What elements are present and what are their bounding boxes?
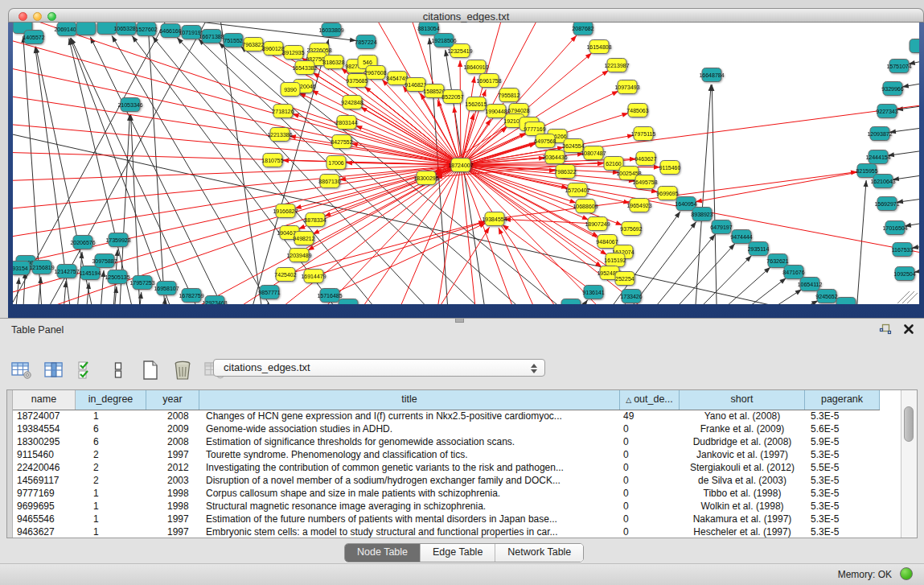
column-header-name[interactable]: name (13, 390, 76, 410)
graph-node[interactable]: 6479197 (710, 220, 732, 234)
canvas-resize-grip[interactable] (897, 291, 918, 303)
table-cell[interactable]: 1 (76, 525, 146, 538)
select-rows-button[interactable] (76, 360, 97, 381)
graph-node[interactable]: 9463627 (634, 152, 656, 166)
graph-node[interactable]: 12505135 (105, 270, 129, 284)
graph-node[interactable]: 7425402 (274, 268, 296, 282)
table-cell[interactable]: 49 (620, 410, 680, 422)
graph-node[interactable]: 9498212 (293, 232, 314, 245)
graph-node[interactable]: 17359928 (105, 233, 130, 247)
graph-node[interactable]: 16958107 (154, 282, 179, 295)
table-cell[interactable]: 2003 (146, 474, 199, 487)
tab-network-table[interactable]: Network Table (495, 544, 583, 562)
table-cell[interactable]: 5.6E-5 (805, 422, 880, 435)
graph-node[interactable]: 18907249 (585, 217, 610, 231)
table-cell[interactable]: Stergiakouli et al. (2012) (680, 461, 805, 474)
table-cell[interactable]: 2008 (146, 435, 199, 448)
graph-node[interactable]: 20364436 (542, 150, 567, 164)
table-cell[interactable]: 9463627 (13, 525, 76, 538)
table-cell[interactable]: 0 (620, 513, 680, 525)
table-cell[interactable]: 1 (76, 487, 146, 500)
graph-node[interactable]: 751552 (224, 34, 243, 47)
table-cell[interactable]: 5.3E-5 (805, 525, 880, 538)
table-cell[interactable]: 9115460 (13, 448, 76, 461)
scrollbar-thumb[interactable] (904, 406, 914, 442)
table-row[interactable]: 977716911998Corpus callosum shape and si… (13, 487, 880, 500)
table-cell[interactable]: 14569117 (13, 474, 76, 487)
table-cell[interactable]: 9699695 (13, 500, 76, 513)
new-table-button[interactable] (140, 360, 161, 381)
graph-edge[interactable] (461, 165, 630, 203)
graph-node[interactable]: 20206576 (70, 236, 95, 249)
table-row[interactable]: 1830029562008Estimation of significance … (13, 435, 880, 448)
graph-node[interactable]: 10807487 (581, 146, 606, 160)
graph-node[interactable]: 12142757 (54, 265, 79, 278)
column-header-pagerank[interactable]: pagerank (805, 390, 880, 410)
select-columns-button[interactable] (43, 360, 64, 381)
graph-node[interactable] (836, 298, 856, 305)
graph-node[interactable]: 7963822 (242, 38, 264, 51)
table-row[interactable]: 1456911722003Disruption of a novel membe… (13, 474, 880, 487)
graph-node[interactable]: 15720407 (565, 183, 589, 197)
table-cell[interactable]: 1998 (146, 500, 199, 513)
graph-node[interactable]: 16961758 (476, 74, 501, 88)
table-cell[interactable]: Disruption of a novel member of a sodium… (199, 474, 620, 487)
graph-node[interactable]: 8867130 (318, 175, 340, 188)
network-window-titlebar[interactable]: citations_edges.txt (8, 8, 924, 23)
graph-node[interactable]: 15692971 (874, 197, 899, 211)
graph-node[interactable]: 12923468 (202, 296, 227, 305)
graph-node[interactable]: 7857224 (355, 35, 376, 49)
graph-edge[interactable] (241, 39, 329, 304)
table-row[interactable]: 946362711997Embryonic stem cells: a mode… (13, 525, 880, 538)
graph-node[interactable]: 16154808 (586, 40, 611, 54)
graph-edge[interactable] (13, 165, 461, 185)
graph-node[interactable]: 8912935 (282, 46, 304, 60)
table-cell[interactable]: Embryonic stem cells: a model to study s… (199, 525, 620, 538)
graph-node[interactable]: 9227343 (876, 105, 897, 118)
table-cell[interactable]: 2 (76, 461, 146, 474)
table-row[interactable]: 1872400712008Changes of HCN gene express… (13, 410, 880, 422)
graph-node[interactable]: 9857771 (258, 286, 280, 299)
table-cell[interactable]: 5.3E-5 (805, 474, 880, 487)
graph-node[interactable]: 12213386 (267, 128, 292, 142)
table-cell[interactable]: Estimation of significance thresholds fo… (199, 435, 620, 448)
graph-edge[interactable] (663, 256, 752, 304)
table-cell[interactable]: 18724007 (13, 410, 76, 422)
graph-edge[interactable] (592, 303, 626, 304)
table-cell[interactable]: 2008 (146, 410, 199, 422)
table-selector-dropdown[interactable]: citations_edges.txt (213, 359, 545, 377)
graph-node[interactable]: 16033809 (318, 23, 343, 37)
graph-node[interactable]: 8471676 (782, 266, 804, 279)
table-cell[interactable]: 18300295 (13, 435, 76, 448)
tab-edge-table[interactable]: Edge Table (420, 544, 495, 562)
table-cell[interactable]: Hescheler et al. (1997) (680, 525, 805, 538)
column-header-in-degree[interactable]: in_degree (76, 390, 146, 410)
graph-node[interactable]: 16782759 (179, 289, 203, 303)
graph-node[interactable]: 17957253 (129, 276, 154, 290)
graph-node[interactable]: 2718126 (272, 105, 294, 118)
table-cell[interactable]: 2009 (146, 422, 199, 435)
table-cell[interactable]: 1 (76, 500, 146, 513)
table-cell[interactable]: 9465546 (13, 513, 76, 525)
graph-node[interactable] (561, 299, 581, 305)
table-cell[interactable]: 5.9E-5 (805, 435, 880, 448)
graph-node[interactable]: 12093872 (867, 127, 892, 141)
graph-node[interactable]: 18640910 (463, 60, 488, 74)
graph-node[interactable]: 9777169 (524, 122, 545, 136)
table-cell[interactable]: de Silva et al. (2003) (680, 474, 805, 487)
graph-node[interactable]: 252254 (615, 272, 634, 286)
graph-node[interactable]: 1810755 (261, 154, 283, 167)
float-panel-button[interactable] (879, 323, 892, 339)
graph-node[interactable]: 8938923 (691, 208, 713, 221)
graph-node[interactable]: 1990448 (485, 105, 507, 118)
close-panel-button[interactable] (903, 323, 914, 338)
graph-edge[interactable] (70, 38, 185, 304)
graph-node[interactable]: 8960128 (262, 42, 284, 56)
table-cell[interactable]: Wolkin et al. (1998) (680, 500, 805, 513)
graph-node[interactable] (76, 23, 96, 35)
graph-node[interactable]: 8522057 (441, 90, 463, 104)
graph-edge[interactable] (682, 267, 770, 304)
table-row[interactable]: 946554611997Estimation of the future num… (13, 513, 880, 525)
graph-node[interactable]: 16210643 (870, 175, 895, 188)
graph-node[interactable]: 9136141 (582, 286, 604, 299)
